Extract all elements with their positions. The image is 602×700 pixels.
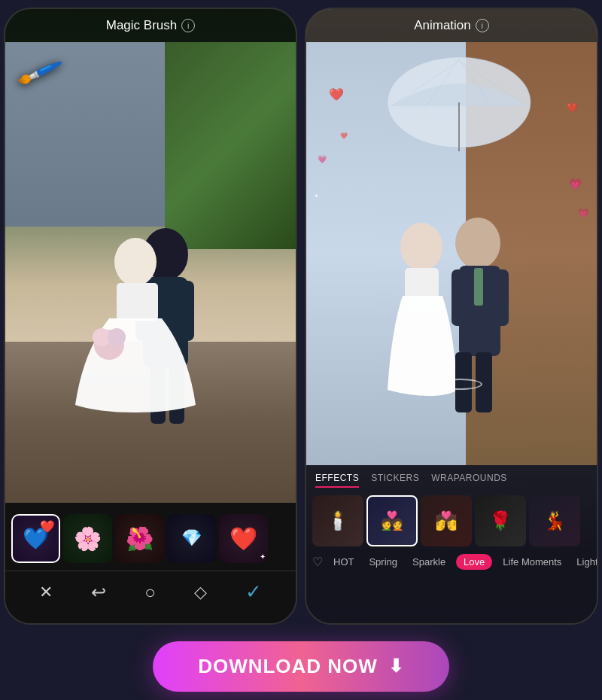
right-couple-silhouette bbox=[346, 202, 557, 458]
right-info-icon[interactable]: i bbox=[476, 19, 489, 32]
left-info-icon[interactable]: i bbox=[181, 19, 195, 32]
halo-effect bbox=[437, 379, 482, 390]
left-bottom-toolbar: 💙❤️ 🌸 🌺 💎 ❤️ ✦ bbox=[5, 503, 296, 623]
effect-tabs-row: EFFECTS STICKERS WRAPAROUNDS bbox=[306, 465, 597, 491]
tab-effects[interactable]: EFFECTS bbox=[315, 473, 359, 488]
brush-thumb-3[interactable]: 🌺 bbox=[115, 514, 164, 563]
download-section: DOWNLOAD NOW ⬇ bbox=[0, 632, 602, 700]
brush-thumb-2[interactable]: 🌸 bbox=[63, 514, 112, 563]
svg-point-10 bbox=[108, 328, 126, 346]
heart-particle-1: ❤️ bbox=[329, 87, 344, 102]
sparkle-1: ✦ bbox=[314, 193, 319, 199]
right-title-bar: Animation i bbox=[306, 9, 597, 42]
svg-point-17 bbox=[400, 223, 442, 271]
left-phone: 🖌️ Magic Brush i 💙❤️ 🌸 🌺 bbox=[4, 8, 297, 625]
sparkle-2: · bbox=[312, 268, 314, 272]
filter-spring[interactable]: Spring bbox=[364, 554, 402, 570]
svg-rect-7 bbox=[117, 283, 158, 321]
right-photo-area: ❤️ ❤️ 💗 💗 ❤️ 💗 ✦ · · bbox=[306, 42, 597, 465]
svg-point-6 bbox=[114, 238, 157, 286]
diamond-tool[interactable]: ◇ bbox=[194, 583, 207, 602]
tab-stickers[interactable]: STICKERS bbox=[371, 473, 419, 488]
effect-thumb-4[interactable]: 🌹 bbox=[475, 495, 526, 546]
brush-thumb-4[interactable]: 💎 bbox=[167, 514, 216, 563]
tool-icons-row: ✕ ↩ ○ ◇ ✓ bbox=[5, 571, 296, 616]
filter-row: ♡ HOT Spring Sparkle Love Life Moments L… bbox=[306, 551, 597, 573]
filter-heart-icon[interactable]: ♡ bbox=[312, 555, 323, 569]
filter-hot[interactable]: HOT bbox=[329, 554, 358, 570]
left-photo-area: 🖌️ bbox=[5, 42, 296, 503]
brush-thumb-5[interactable]: ❤️ ✦ bbox=[219, 514, 268, 563]
confirm-tool[interactable]: ✓ bbox=[245, 580, 262, 604]
effect-thumb-5[interactable]: 💃 bbox=[529, 495, 580, 546]
download-icon: ⬇ bbox=[388, 656, 404, 677]
filter-sparkle[interactable]: Sparkle bbox=[408, 554, 450, 570]
left-title-bar: Magic Brush i bbox=[5, 9, 296, 42]
effect-thumb-3[interactable]: 💏 bbox=[421, 495, 472, 546]
couple-silhouette bbox=[53, 179, 248, 480]
svg-point-19 bbox=[455, 218, 500, 269]
svg-rect-18 bbox=[405, 268, 439, 298]
tab-wraparounds[interactable]: WRAPAROUNDS bbox=[431, 473, 507, 488]
heart-particle-2: ❤️ bbox=[567, 102, 578, 113]
effect-thumb-1[interactable]: 🕯️ bbox=[312, 495, 363, 546]
circle-tool[interactable]: ○ bbox=[144, 582, 156, 603]
sparkle-3: · bbox=[320, 178, 321, 182]
right-bottom-toolbar: EFFECTS STICKERS WRAPAROUNDS 🕯️ 💑 💏 🌹 bbox=[306, 465, 597, 623]
right-phone: ❤️ ❤️ 💗 💗 ❤️ 💗 ✦ · · Animation i EFFECTS… bbox=[305, 8, 598, 625]
umbrella bbox=[384, 50, 534, 155]
download-label: DOWNLOAD NOW bbox=[198, 655, 378, 678]
heart-particle-6: 💗 bbox=[578, 208, 589, 218]
heart-particle-5: ❤️ bbox=[340, 132, 348, 139]
brush-thumb-1[interactable]: 💙❤️ bbox=[11, 514, 60, 563]
left-phone-title: Magic Brush bbox=[106, 18, 177, 33]
effect-thumbnails-row: 🕯️ 💑 💏 🌹 💃 bbox=[306, 491, 597, 551]
effect-thumb-2[interactable]: 💑 bbox=[366, 495, 418, 546]
download-button[interactable]: DOWNLOAD NOW ⬇ bbox=[153, 641, 449, 692]
heart-particle-4: 💗 bbox=[569, 178, 582, 190]
close-tool[interactable]: ✕ bbox=[39, 583, 53, 602]
filter-light[interactable]: Light bbox=[572, 554, 597, 570]
svg-rect-22 bbox=[495, 269, 509, 326]
svg-rect-21 bbox=[451, 269, 465, 326]
brush-thumbnails-row: 💙❤️ 🌸 🌺 💎 ❤️ ✦ bbox=[5, 503, 296, 571]
right-phone-title: Animation bbox=[414, 18, 471, 33]
svg-rect-3 bbox=[181, 281, 194, 341]
heart-particle-3: 💗 bbox=[318, 155, 327, 163]
filter-life-moments[interactable]: Life Moments bbox=[498, 554, 566, 570]
undo-tool[interactable]: ↩ bbox=[91, 582, 106, 603]
svg-rect-23 bbox=[474, 268, 483, 306]
filter-love[interactable]: Love bbox=[456, 554, 492, 570]
